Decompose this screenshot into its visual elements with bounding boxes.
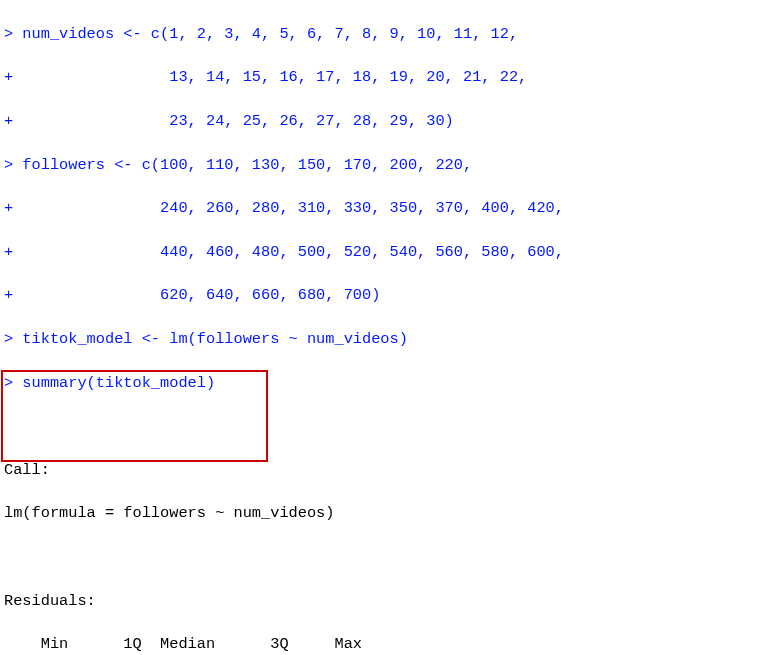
code-line-3: + 23, 24, 25, 26, 27, 28, 29, 30) bbox=[4, 112, 454, 130]
code-line-9: > summary(tiktok_model) bbox=[4, 374, 215, 392]
code-line-8: > tiktok_model <- lm(followers ~ num_vid… bbox=[4, 330, 408, 348]
output-residuals-label: Residuals: bbox=[4, 592, 96, 610]
r-console-output: > num_videos <- c(1, 2, 3, 4, 5, 6, 7, 8… bbox=[0, 0, 778, 655]
code-line-2: + 13, 14, 15, 16, 17, 18, 19, 20, 21, 22… bbox=[4, 68, 527, 86]
output-call-formula: lm(formula = followers ~ num_videos) bbox=[4, 504, 334, 522]
code-line-4: > followers <- c(100, 110, 130, 150, 170… bbox=[4, 156, 472, 174]
code-line-6: + 440, 460, 480, 500, 520, 540, 560, 580… bbox=[4, 243, 564, 261]
code-line-5: + 240, 260, 280, 310, 330, 350, 370, 400… bbox=[4, 199, 564, 217]
output-call-label: Call: bbox=[4, 461, 50, 479]
code-line-7: + 620, 640, 660, 680, 700) bbox=[4, 286, 380, 304]
code-line-1: > num_videos <- c(1, 2, 3, 4, 5, 6, 7, 8… bbox=[4, 25, 518, 43]
output-residuals-header: Min 1Q Median 3Q Max bbox=[4, 635, 371, 653]
